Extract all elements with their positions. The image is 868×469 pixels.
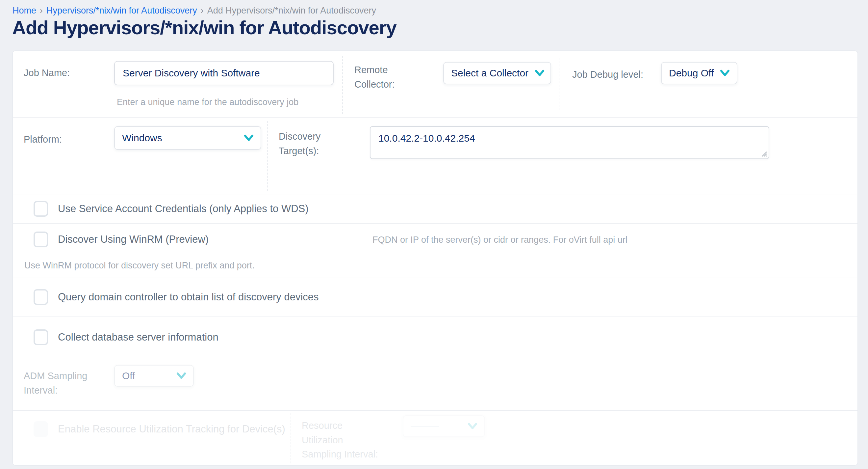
- discovery-targets-label: Discovery Target(s):: [279, 129, 358, 158]
- breadcrumb-separator: ›: [40, 5, 43, 16]
- breadcrumb-link-parent[interactable]: Hypervisors/*nix/win for Autodiscovery: [46, 5, 197, 16]
- job-name-label: Job Name:: [24, 66, 103, 80]
- form-panel: Job Name: Enter a unique name for the au…: [12, 50, 858, 466]
- breadcrumb-separator: ›: [201, 5, 204, 16]
- remote-collector-value: Select a Collector: [451, 67, 528, 79]
- resize-handle-icon[interactable]: [760, 149, 767, 157]
- breadcrumb: Home › Hypervisors/*nix/win for Autodisc…: [12, 5, 376, 16]
- adm-sampling-value: Off: [122, 370, 135, 381]
- dashed-divider: [267, 121, 268, 191]
- job-name-helper: Enter a unique name for the autodiscover…: [117, 97, 299, 107]
- checkbox-enable-resource-tracking-label: Enable Resource Utilization Tracking for…: [58, 423, 285, 435]
- resource-sampling-label: Resource Utilization Sampling Interval:: [302, 419, 384, 462]
- adm-sampling-label: ADM Sampling Interval:: [24, 369, 94, 398]
- chevron-down-icon: [244, 134, 254, 142]
- page-title: Add Hypervisors/*nix/win for Autodiscove…: [12, 17, 397, 38]
- row-platform: Platform: Windows Discovery Target(s): 1…: [13, 117, 858, 195]
- chevron-down-icon: [467, 422, 478, 430]
- row-query-domain: Query domain controller to obtain list o…: [13, 277, 858, 317]
- dashed-divider: [559, 58, 559, 110]
- platform-label: Platform:: [24, 133, 103, 147]
- remote-collector-label: Remote Collector:: [354, 63, 430, 92]
- row-resource-tracking: Enable Resource Utilization Tracking for…: [13, 410, 858, 466]
- chevron-down-icon: [534, 69, 545, 77]
- adm-sampling-select[interactable]: Off: [114, 365, 194, 387]
- row-job-name: Job Name: Enter a unique name for the au…: [13, 51, 858, 117]
- job-debug-label: Job Debug level:: [572, 67, 661, 82]
- checkbox-use-service-account-label: Use Service Account Credentials (only Ap…: [58, 203, 309, 215]
- checkbox-collect-database[interactable]: [34, 329, 48, 345]
- checkbox-query-domain-controller-label: Query domain controller to obtain list o…: [58, 291, 319, 303]
- winrm-helper: Use WinRM protocol for discovery set URL…: [24, 261, 255, 271]
- discovery-targets-input[interactable]: 10.0.42.2-10.0.42.254: [370, 126, 769, 159]
- breadcrumb-current: Add Hypervisors/*nix/win for Autodiscove…: [207, 5, 376, 16]
- platform-value: Windows: [122, 133, 162, 144]
- dashed-divider: [290, 413, 291, 463]
- job-debug-value: Debug Off: [669, 67, 714, 79]
- resource-sampling-value: ———: [411, 420, 438, 432]
- row-service-account: Use Service Account Credentials (only Ap…: [13, 195, 858, 223]
- checkbox-use-service-account[interactable]: [34, 201, 48, 217]
- row-adm-sampling: ADM Sampling Interval: Off: [13, 358, 858, 410]
- job-debug-select[interactable]: Debug Off: [661, 62, 737, 84]
- job-name-input[interactable]: [114, 61, 334, 85]
- row-collect-db: Collect database server information: [13, 317, 858, 358]
- checkbox-query-domain-controller[interactable]: [34, 289, 48, 305]
- row-winrm: Discover Using WinRM (Preview) Use WinRM…: [13, 223, 858, 277]
- resource-sampling-select[interactable]: ———: [403, 415, 485, 437]
- chevron-down-icon: [720, 69, 730, 77]
- checkbox-collect-database-label: Collect database server information: [58, 331, 218, 343]
- remote-collector-select[interactable]: Select a Collector: [443, 62, 551, 84]
- chevron-down-icon: [176, 372, 187, 380]
- checkbox-discover-winrm[interactable]: [34, 232, 48, 247]
- discovery-targets-value: 10.0.42.2-10.0.42.254: [378, 133, 475, 144]
- checkbox-enable-resource-tracking[interactable]: [34, 421, 48, 437]
- checkbox-discover-winrm-label: Discover Using WinRM (Preview): [58, 234, 209, 245]
- breadcrumb-link-home[interactable]: Home: [12, 5, 36, 16]
- platform-select[interactable]: Windows: [114, 126, 261, 150]
- dashed-divider: [342, 56, 343, 114]
